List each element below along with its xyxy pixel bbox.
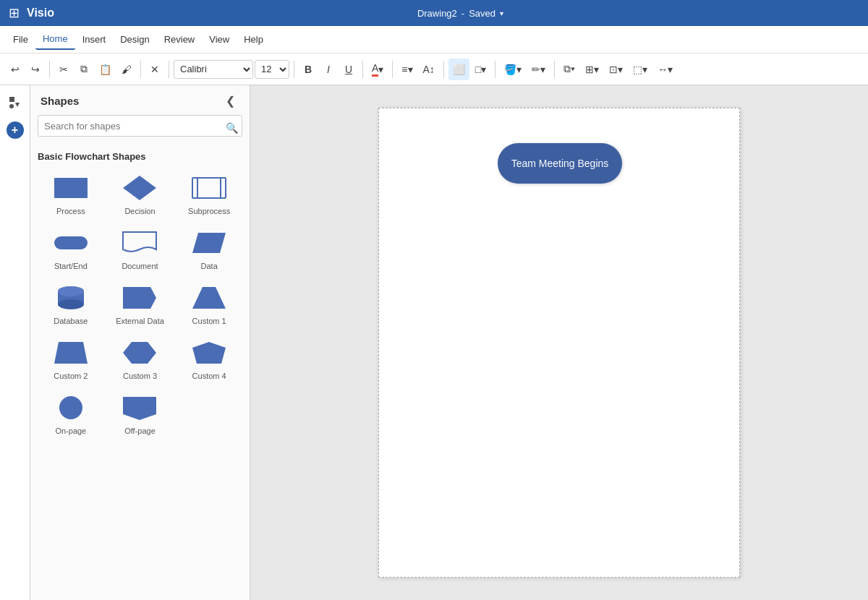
underline-button[interactable]: U (339, 59, 358, 80)
document-title-area: Drawing2 - Saved ▾ (61, 8, 859, 19)
position-button[interactable]: ⊞▾ (581, 59, 603, 80)
font-family-select[interactable]: Calibri Arial Times New Roman (174, 60, 253, 79)
shape-canvas-custom2 (49, 337, 93, 369)
search-input[interactable] (38, 115, 242, 137)
text-size-button[interactable]: A↕ (419, 59, 439, 80)
undo-button[interactable]: ↩ (6, 59, 25, 80)
shape-canvas-document (118, 227, 161, 259)
collapse-panel-button[interactable]: ❮ (221, 93, 239, 109)
toolbar-divider-8 (495, 61, 495, 78)
doc-title-text: Drawing2 (417, 8, 457, 19)
shape-item-offpage[interactable]: Off-page (107, 389, 174, 438)
shapes-grid: Process Decision (38, 169, 242, 438)
search-button[interactable]: 🔍 (226, 122, 238, 134)
canvas-area[interactable]: Team Meeting Begins (250, 85, 868, 600)
title-chevron-icon[interactable]: ▾ (500, 9, 503, 17)
shape-item-subprocess[interactable]: Subprocess (176, 169, 242, 218)
paste-button[interactable]: 📋 (95, 59, 116, 80)
shape-canvas-custom3 (118, 337, 161, 369)
clear-button[interactable]: ✕ (145, 59, 164, 80)
toolbar-divider-7 (443, 61, 444, 78)
redo-button[interactable]: ↪ (26, 59, 45, 80)
shape-item-decision[interactable]: Decision (107, 169, 174, 218)
svg-point-2 (9, 104, 14, 108)
svg-marker-15 (192, 287, 226, 309)
add-button[interactable]: + (7, 121, 24, 139)
svg-marker-20 (123, 397, 156, 420)
svg-marker-9 (192, 233, 226, 253)
line-color-button[interactable]: ✏▾ (527, 59, 550, 80)
shape-item-custom2[interactable]: Custom 2 (38, 334, 104, 383)
fill-color-button[interactable]: 🪣▾ (500, 59, 526, 80)
shape-label-database: Database (54, 317, 88, 325)
menu-insert[interactable]: Insert (75, 30, 114, 49)
shape-label-process: Process (56, 207, 85, 215)
shapes-panel: Shapes ❮ 🔍 Basic Flowchart Shapes Proces… (30, 85, 250, 600)
font-size-select[interactable]: 8 10 11 12 14 16 18 (255, 60, 289, 79)
svg-rect-8 (54, 236, 88, 249)
italic-button[interactable]: I (319, 59, 338, 80)
shape-canvas-startend (49, 227, 93, 259)
menu-file[interactable]: File (6, 30, 35, 49)
svg-marker-14 (123, 287, 156, 309)
shape-canvas-data (187, 227, 231, 259)
cut-button[interactable]: ✂ (54, 59, 73, 80)
app-grid-icon[interactable]: ⊞ (9, 5, 20, 21)
team-meeting-shape[interactable]: Team Meeting Begins (498, 143, 622, 184)
shape-item-data[interactable]: Data (176, 224, 242, 273)
shape-label-offpage: Off-page (124, 427, 156, 435)
shape-item-custom1[interactable]: Custom 1 (176, 279, 242, 328)
title-bar: ⊞ Visio Drawing2 - Saved ▾ (0, 0, 868, 26)
shape-item-document[interactable]: Document (107, 224, 174, 273)
shape-item-custom3[interactable]: Custom 3 (107, 334, 174, 383)
size-button[interactable]: ↔▾ (653, 59, 677, 80)
font-color-button[interactable]: A▾ (367, 59, 388, 80)
shape-label-data: Data (201, 262, 218, 270)
shape-item-database[interactable]: Database (38, 279, 104, 328)
svg-rect-0 (9, 97, 14, 102)
toolbar-divider-5 (362, 61, 363, 78)
shape-canvas-decision (118, 172, 161, 204)
menu-home[interactable]: Home (35, 29, 75, 50)
group-button[interactable]: ⊡▾ (605, 59, 627, 80)
shape-canvas-database (49, 282, 93, 314)
svg-marker-17 (123, 342, 156, 364)
shape-item-startend[interactable]: Start/End (38, 224, 104, 273)
shapes-panel-header: Shapes ❮ (30, 85, 250, 113)
shape-canvas-onpage (49, 392, 93, 424)
shape-item-onpage[interactable]: On-page (38, 389, 104, 438)
svg-marker-18 (192, 342, 226, 364)
search-container: 🔍 (30, 113, 250, 142)
toolbar-divider-2 (140, 61, 141, 78)
shapes-category-title: Basic Flowchart Shapes (38, 148, 242, 169)
format-painter-button[interactable]: 🖌 (117, 59, 136, 80)
bold-button[interactable]: B (299, 59, 318, 80)
copy-button[interactable]: ⧉ (75, 59, 93, 80)
shape-item-external-data[interactable]: External Data (107, 279, 174, 328)
shape-canvas-custom1 (187, 282, 231, 314)
drawing-canvas[interactable]: Team Meeting Begins (378, 108, 740, 578)
main-area: + Shapes ❮ 🔍 Basic Flowchart Shapes (0, 85, 868, 600)
text-box-button[interactable]: ⬜ (448, 59, 469, 80)
shape-canvas-external-data (118, 282, 161, 314)
left-toolbar: + (0, 85, 30, 600)
shape-item-process[interactable]: Process (38, 169, 104, 218)
menu-bar: File Home Insert Design Review View Help (0, 26, 868, 53)
shape-outline-button[interactable]: □▾ (471, 59, 490, 80)
arrange-button[interactable]: ⧉▾ (559, 59, 579, 80)
align-button[interactable]: ≡▾ (397, 59, 417, 80)
layer-button[interactable]: ⬚▾ (629, 59, 652, 80)
menu-view[interactable]: View (202, 30, 237, 49)
shape-label-external-data: External Data (116, 317, 164, 325)
svg-marker-4 (123, 176, 156, 200)
shape-label-startend: Start/End (54, 262, 88, 270)
saved-status: Saved (469, 8, 495, 19)
menu-design[interactable]: Design (113, 30, 156, 49)
shape-item-custom4[interactable]: Custom 4 (176, 334, 242, 383)
menu-review[interactable]: Review (157, 30, 203, 49)
shapes-panel-title: Shapes (41, 95, 79, 107)
shapes-panel-button[interactable] (4, 91, 27, 114)
menu-help[interactable]: Help (237, 30, 271, 49)
toolbar-divider-1 (49, 61, 50, 78)
svg-point-19 (59, 396, 82, 419)
